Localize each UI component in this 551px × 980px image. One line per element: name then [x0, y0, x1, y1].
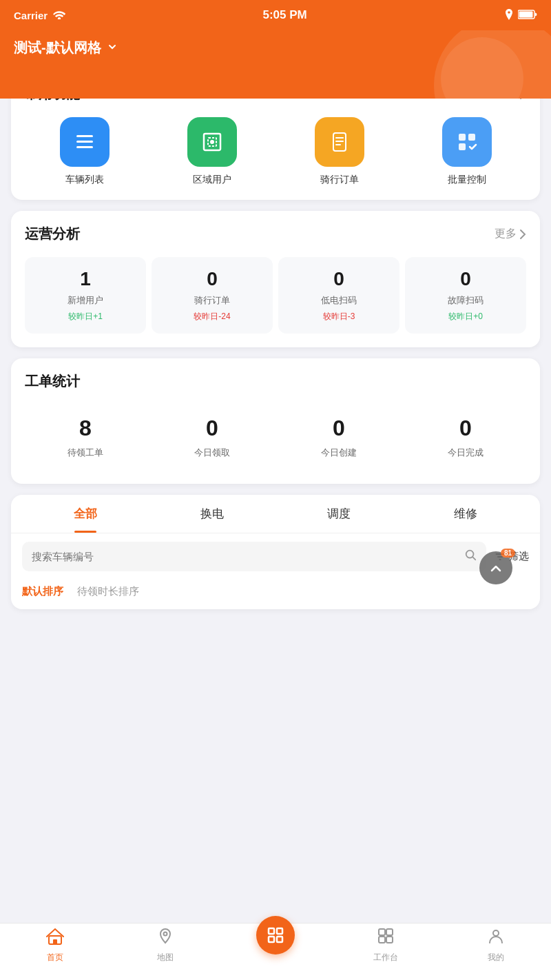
low-battery-change: 较昨日-3: [323, 311, 355, 323]
analytics-grid: 1 新增用户 较昨日+1 0 骑行订单 较昨日-24 0 低电扫码 较昨日-3 …: [25, 257, 526, 334]
ride-orders-icon: [315, 117, 364, 167]
batch-control-label: 批量控制: [448, 174, 486, 186]
stat-low-battery[interactable]: 0 低电扫码 较昨日-3: [278, 257, 399, 334]
location-icon: [504, 9, 514, 22]
svg-point-7: [210, 140, 214, 144]
svg-rect-23: [277, 937, 282, 942]
workorder-grid: 8 待领工单 0 今日领取 0 今日创建 0 今日完成: [25, 405, 526, 470]
today-completed-value: 0: [459, 416, 472, 441]
pending-value: 8: [79, 416, 92, 441]
new-users-value: 1: [80, 268, 91, 290]
new-users-label: 新增用户: [67, 294, 103, 307]
svg-rect-14: [459, 143, 466, 150]
workbench-icon: [377, 927, 395, 949]
nav-map[interactable]: 地图: [110, 923, 220, 966]
svg-rect-9: [335, 137, 344, 139]
new-users-change: 较昨日+1: [68, 311, 103, 323]
nav-workbench[interactable]: 工作台: [331, 923, 441, 966]
svg-rect-22: [269, 937, 274, 942]
svg-rect-26: [379, 937, 385, 943]
tabs-content: 筛选 默认排序 待领时长排序 81: [11, 533, 540, 609]
today-created-label: 今日创建: [321, 447, 357, 459]
svg-point-19: [164, 932, 167, 935]
nav-workbench-label: 工作台: [373, 952, 398, 963]
wifi-icon: [53, 10, 65, 21]
low-battery-value: 0: [333, 268, 344, 290]
area-users-label: 区域用户: [193, 174, 231, 186]
svg-rect-21: [277, 928, 282, 934]
status-time: 5:05 PM: [262, 8, 306, 22]
nav-mine-label: 我的: [488, 952, 504, 963]
stat-ride-orders[interactable]: 0 骑行订单 较昨日-24: [152, 257, 273, 334]
status-bar: Carrier 5:05 PM: [0, 0, 551, 30]
battery-icon: [518, 10, 537, 21]
nav-mine[interactable]: 我的: [441, 923, 551, 966]
more-action[interactable]: 更多: [495, 227, 526, 241]
search-container: 筛选: [11, 533, 540, 580]
tabs-header: 全部 换电 调度 维修: [11, 495, 540, 533]
workorder-today-received[interactable]: 0 今日领取: [152, 405, 273, 470]
search-icon: [464, 549, 477, 564]
ride-orders-change: 较昨日-24: [194, 311, 230, 323]
today-completed-label: 今日完成: [448, 447, 484, 459]
workorder-pending[interactable]: 8 待领工单: [25, 405, 146, 470]
workorder-today-created[interactable]: 0 今日创建: [278, 405, 399, 470]
stat-fault-scan[interactable]: 0 故障扫码 较昨日+0: [405, 257, 526, 334]
svg-rect-27: [386, 937, 393, 943]
header-title[interactable]: 测试-默认网格: [14, 39, 101, 57]
svg-rect-3: [76, 141, 93, 143]
sort-options: 默认排序 待领时长排序 81: [11, 580, 540, 609]
header-chevron-icon[interactable]: [107, 41, 118, 54]
tab-dispatch[interactable]: 调度: [276, 495, 402, 533]
scan-button[interactable]: [256, 916, 295, 955]
feature-batch-control[interactable]: 批量控制: [407, 117, 526, 186]
work-orders-title: 工单统计: [25, 372, 80, 391]
status-right: [504, 9, 537, 22]
tab-battery-swap[interactable]: 换电: [149, 495, 276, 533]
work-orders-header: 工单统计: [25, 372, 526, 391]
ride-orders-label: 骑行订单: [320, 174, 359, 186]
svg-rect-1: [519, 11, 532, 17]
header: 测试-默认网格: [0, 30, 551, 99]
svg-rect-20: [269, 928, 274, 934]
svg-rect-13: [468, 134, 475, 141]
stat-new-users[interactable]: 1 新增用户 较昨日+1: [25, 257, 146, 334]
more-label: 更多: [495, 227, 517, 241]
feature-area-users[interactable]: 区域用户: [152, 117, 271, 186]
area-users-icon: [187, 117, 237, 167]
svg-rect-25: [386, 929, 393, 935]
fault-scan-change: 较昨日+0: [448, 311, 483, 323]
sort-wait-time[interactable]: 待领时长排序: [77, 585, 139, 598]
fault-scan-label: 故障扫码: [448, 294, 484, 307]
low-battery-label: 低电扫码: [321, 294, 357, 307]
pending-label: 待领工单: [67, 447, 103, 459]
bottom-navigation: 首页 地图 工作台: [0, 923, 551, 980]
nav-map-label: 地图: [157, 952, 174, 963]
workorder-today-completed[interactable]: 0 今日完成: [405, 405, 526, 470]
analytics-header: 运营分析 更多: [25, 225, 526, 243]
today-received-value: 0: [206, 416, 218, 441]
nav-home-label: 首页: [47, 952, 63, 963]
nav-scan[interactable]: [220, 923, 331, 966]
nav-home[interactable]: 首页: [0, 923, 110, 966]
tab-repair[interactable]: 维修: [402, 495, 529, 533]
search-input-wrapper[interactable]: [22, 542, 486, 571]
search-input[interactable]: [32, 551, 459, 562]
svg-rect-12: [459, 134, 466, 141]
tab-all[interactable]: 全部: [22, 495, 149, 533]
fault-scan-value: 0: [460, 268, 471, 290]
sort-default[interactable]: 默认排序: [22, 585, 63, 598]
today-received-label: 今日领取: [194, 447, 230, 459]
carrier-label: Carrier: [14, 10, 48, 21]
svg-point-28: [493, 930, 499, 936]
analytics-title: 运营分析: [25, 225, 80, 243]
feature-ride-orders[interactable]: 骑行订单: [280, 117, 399, 186]
ride-orders-label: 骑行订单: [194, 294, 230, 307]
scroll-top-button[interactable]: 81: [479, 551, 512, 584]
ride-orders-value: 0: [207, 268, 218, 290]
batch-control-icon: [442, 117, 492, 167]
feature-vehicle-list[interactable]: 车辆列表: [25, 117, 144, 186]
task-list-card: 全部 换电 调度 维修: [11, 495, 540, 609]
map-icon: [156, 927, 174, 949]
svg-rect-4: [76, 146, 93, 148]
